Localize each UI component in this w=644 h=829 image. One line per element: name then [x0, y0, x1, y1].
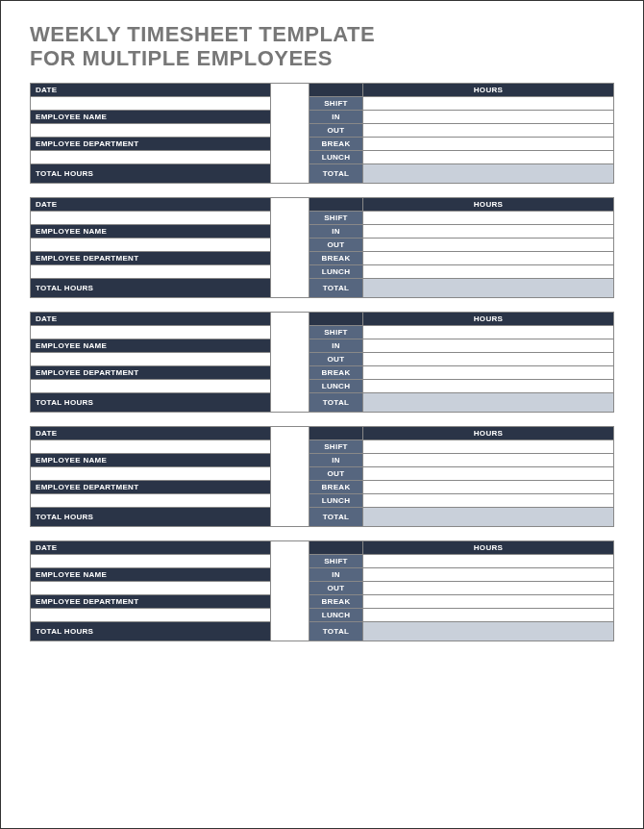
gap	[271, 608, 310, 621]
label-employee-name: EMPLOYEE NAME	[31, 110, 271, 123]
value-employee-department[interactable]	[31, 264, 271, 278]
label-employee-department: EMPLOYEE DEPARTMENT	[31, 251, 271, 264]
label-break: BREAK	[310, 365, 363, 379]
gap	[271, 224, 310, 238]
label-date: DATE	[31, 83, 271, 96]
gap	[271, 83, 310, 96]
label-in: IN	[310, 567, 363, 581]
gap	[271, 540, 310, 554]
value-total[interactable]	[363, 621, 614, 641]
value-lunch[interactable]	[363, 493, 614, 507]
label-lunch: LUNCH	[310, 150, 363, 163]
value-total[interactable]	[363, 507, 614, 526]
gap	[271, 96, 310, 110]
value-employee-name[interactable]	[31, 238, 271, 251]
label-in: IN	[310, 224, 363, 238]
value-shift[interactable]	[363, 554, 614, 567]
value-lunch[interactable]	[363, 379, 614, 392]
label-out: OUT	[310, 238, 363, 251]
value-date[interactable]	[31, 325, 271, 339]
label-hours: HOURS	[363, 197, 614, 211]
timesheet-block: DATE HOURS SHIFT EMPLOYEE NAME IN OUT EM…	[30, 197, 614, 298]
gap	[271, 278, 310, 297]
value-shift[interactable]	[363, 325, 614, 339]
value-out[interactable]	[363, 352, 614, 365]
gap	[271, 621, 310, 641]
gap	[271, 110, 310, 123]
gap	[271, 137, 310, 150]
value-total[interactable]	[363, 278, 614, 297]
value-out[interactable]	[363, 466, 614, 480]
value-in[interactable]	[363, 110, 614, 123]
gap	[271, 211, 310, 224]
gap	[271, 426, 310, 440]
label-employee-name: EMPLOYEE NAME	[31, 567, 271, 581]
label-total: TOTAL	[310, 392, 363, 412]
label-employee-name: EMPLOYEE NAME	[31, 224, 271, 238]
label-lunch: LUNCH	[310, 493, 363, 507]
gap-dark	[310, 312, 363, 325]
timesheet-table: DATE HOURS SHIFT EMPLOYEE NAME IN OUT EM…	[30, 312, 614, 413]
value-out[interactable]	[363, 123, 614, 137]
label-lunch: LUNCH	[310, 608, 363, 621]
timesheet-block: DATE HOURS SHIFT EMPLOYEE NAME IN OUT EM…	[30, 540, 614, 641]
gap	[271, 507, 310, 526]
label-total: TOTAL	[310, 163, 363, 183]
value-date[interactable]	[31, 96, 271, 110]
label-total-hours: TOTAL HOURS	[31, 278, 271, 297]
value-date[interactable]	[31, 440, 271, 453]
value-in[interactable]	[363, 224, 614, 238]
value-break[interactable]	[363, 137, 614, 150]
value-employee-name[interactable]	[31, 123, 271, 137]
timesheet-table: DATE HOURS SHIFT EMPLOYEE NAME IN OUT EM…	[30, 426, 614, 527]
value-total[interactable]	[363, 163, 614, 183]
gap	[271, 480, 310, 493]
value-employee-department[interactable]	[31, 379, 271, 392]
gap	[271, 453, 310, 466]
gap	[271, 238, 310, 251]
value-shift[interactable]	[363, 440, 614, 453]
label-hours: HOURS	[363, 426, 614, 440]
label-date: DATE	[31, 426, 271, 440]
value-date[interactable]	[31, 211, 271, 224]
value-break[interactable]	[363, 365, 614, 379]
gap-dark	[310, 197, 363, 211]
value-employee-name[interactable]	[31, 352, 271, 365]
gap	[271, 581, 310, 594]
value-employee-department[interactable]	[31, 493, 271, 507]
value-employee-name[interactable]	[31, 581, 271, 594]
gap	[271, 163, 310, 183]
label-total-hours: TOTAL HOURS	[31, 392, 271, 412]
value-in[interactable]	[363, 567, 614, 581]
value-lunch[interactable]	[363, 608, 614, 621]
value-total[interactable]	[363, 392, 614, 412]
label-hours: HOURS	[363, 540, 614, 554]
gap-dark	[310, 426, 363, 440]
gap	[271, 567, 310, 581]
label-shift: SHIFT	[310, 325, 363, 339]
label-total: TOTAL	[310, 278, 363, 297]
value-shift[interactable]	[363, 211, 614, 224]
value-employee-department[interactable]	[31, 150, 271, 163]
value-out[interactable]	[363, 581, 614, 594]
value-lunch[interactable]	[363, 264, 614, 278]
label-out: OUT	[310, 581, 363, 594]
value-break[interactable]	[363, 251, 614, 264]
value-shift[interactable]	[363, 96, 614, 110]
label-hours: HOURS	[363, 83, 614, 96]
label-employee-name: EMPLOYEE NAME	[31, 339, 271, 352]
gap	[271, 123, 310, 137]
value-lunch[interactable]	[363, 150, 614, 163]
value-in[interactable]	[363, 339, 614, 352]
gap	[271, 379, 310, 392]
value-employee-name[interactable]	[31, 466, 271, 480]
gap	[271, 392, 310, 412]
value-out[interactable]	[363, 238, 614, 251]
timesheet-block: DATE HOURS SHIFT EMPLOYEE NAME IN OUT EM…	[30, 426, 614, 527]
gap	[271, 339, 310, 352]
value-date[interactable]	[31, 554, 271, 567]
value-break[interactable]	[363, 480, 614, 493]
value-break[interactable]	[363, 594, 614, 608]
value-in[interactable]	[363, 453, 614, 466]
value-employee-department[interactable]	[31, 608, 271, 621]
